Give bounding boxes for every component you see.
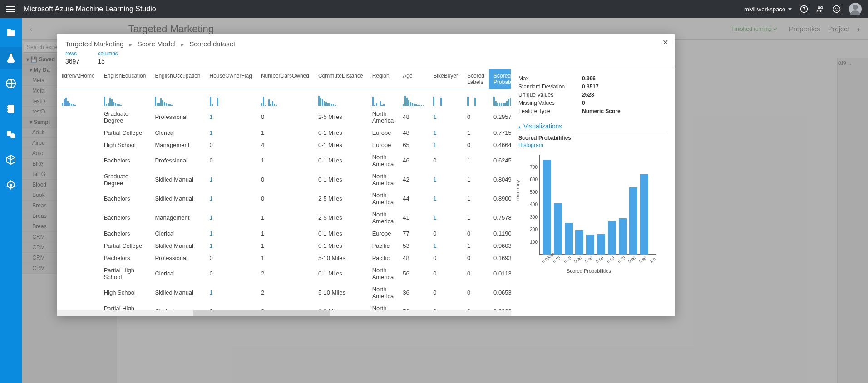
col-header[interactable]: Scored Labels	[463, 69, 489, 89]
svg-point-3	[821, 7, 823, 9]
avatar[interactable]	[849, 3, 862, 15]
svg-rect-10	[7, 106, 8, 107]
table-row[interactable]: BachelorsProfessional010-1 MilesNorth Am…	[57, 151, 511, 170]
sparkline	[62, 94, 95, 106]
rail-notebooks[interactable]	[0, 98, 22, 120]
rail-models[interactable]	[0, 149, 22, 171]
table-row[interactable]: Graduate DegreeProfessional102-5 MilesNo…	[57, 108, 511, 127]
sparkline	[104, 94, 146, 106]
table-row[interactable]: Partial CollegeSkilled Manual110-1 Miles…	[57, 240, 511, 252]
table-row[interactable]: High SchoolManagement040-1 MilesEurope65…	[57, 139, 511, 151]
cols-value: 15	[98, 58, 118, 65]
svg-point-6	[838, 8, 838, 8]
chevron-right-icon: ▸	[129, 41, 132, 48]
svg-point-2	[818, 7, 820, 9]
svg-rect-9	[8, 105, 14, 113]
breadcrumb: Targeted Marketing ▸ Score Model ▸ Score…	[57, 34, 675, 50]
x-tick: 0.50	[595, 255, 604, 264]
menu-icon[interactable]	[6, 6, 15, 12]
col-header[interactable]: HouseOwnerFlag	[205, 69, 256, 89]
chevron-down-icon	[788, 8, 792, 10]
visualizations-header[interactable]: Visualizations	[518, 123, 667, 132]
rail-web[interactable]	[0, 73, 22, 94]
y-tick: 500	[526, 190, 538, 195]
workspace-selector[interactable]: mMLworkspace	[744, 6, 792, 13]
people-icon[interactable]	[816, 5, 824, 13]
bc-experiment[interactable]: Targeted Marketing	[65, 40, 123, 48]
horizontal-scrollbar[interactable]	[57, 310, 511, 316]
histogram-bar	[640, 174, 648, 255]
workspace-name: mMLworkspace	[744, 6, 785, 13]
bc-output: Scored dataset	[189, 40, 235, 48]
histogram-bar	[597, 234, 605, 255]
table-row[interactable]: BachelorsManagement112-5 MilesNorth Amer…	[57, 208, 511, 227]
bc-module[interactable]: Score Model	[138, 40, 176, 48]
sparkline	[261, 94, 309, 106]
histogram-bar	[608, 221, 616, 255]
x-tick: 0.70	[617, 255, 626, 264]
histogram-title: Scored Probabilities	[518, 135, 667, 141]
svg-point-5	[835, 8, 836, 8]
y-tick: 100	[526, 240, 538, 245]
col-header[interactable]: Scored Probabilities	[489, 69, 511, 89]
x-tick: 0.40	[584, 255, 593, 264]
svg-point-7	[853, 5, 858, 10]
rail-experiments[interactable]	[0, 47, 22, 69]
sparkline	[467, 94, 484, 106]
histogram-bar	[575, 230, 583, 255]
col-header[interactable]: ildrenAtHome	[57, 69, 99, 89]
col-header[interactable]: Age	[398, 69, 429, 89]
close-icon[interactable]: ✕	[662, 38, 668, 47]
histogram-bar	[586, 235, 594, 255]
col-header[interactable]: BikeBuyer	[429, 69, 463, 89]
x-axis-label: Scored Probabilities	[518, 268, 659, 274]
table-row[interactable]: BachelorsClerical110-1 MilesEurope77000.…	[57, 227, 511, 240]
data-table[interactable]: ildrenAtHomeEnglishEducationEnglishOccup…	[57, 69, 511, 316]
left-rail	[0, 18, 22, 383]
histogram-link[interactable]: Histogram	[518, 142, 667, 148]
sparkline	[403, 94, 424, 106]
x-tick: 1.0	[649, 257, 656, 264]
cols-label: columns	[98, 50, 118, 57]
table-row[interactable]: Partial High SchoolClerical020-1 MilesNo…	[57, 264, 511, 283]
table-row[interactable]: BachelorsProfessional015-10 MilesPacific…	[57, 252, 511, 264]
table-row[interactable]: BachelorsSkilled Manual102-5 MilesNorth …	[57, 189, 511, 208]
stat-row: Max0.996	[518, 74, 667, 83]
svg-point-1	[804, 11, 804, 11]
y-tick: 300	[526, 215, 538, 220]
sparkline	[210, 94, 252, 106]
x-tick: 0.30	[573, 255, 582, 264]
col-header[interactable]: Region	[368, 69, 399, 89]
y-tick: 600	[526, 177, 538, 182]
topbar: Microsoft Azure Machine Learning Studio …	[0, 0, 868, 18]
stats-panel: Max0.996Standard Deviation0.3517Unique V…	[511, 69, 675, 316]
help-icon[interactable]	[800, 5, 808, 13]
col-header[interactable]: EnglishEducation	[99, 69, 151, 89]
sparkline	[318, 94, 363, 106]
x-tick: 0.60	[606, 255, 615, 264]
sparkline	[493, 94, 511, 106]
smile-icon[interactable]	[833, 5, 841, 13]
svg-rect-12	[7, 111, 8, 112]
table-row[interactable]: High SchoolSkilled Manual125-10 MilesNor…	[57, 283, 511, 302]
stat-row: Unique Values2628	[518, 91, 667, 99]
rail-settings[interactable]	[0, 174, 22, 196]
col-header[interactable]: NumberCarsOwned	[256, 69, 314, 89]
rail-projects[interactable]	[0, 22, 22, 44]
svg-point-15	[10, 184, 12, 187]
col-header[interactable]: CommuteDistance	[314, 69, 368, 89]
y-tick: 200	[526, 227, 538, 232]
svg-point-4	[833, 6, 840, 13]
chevron-right-icon: ▸	[181, 41, 184, 48]
histogram-bar	[543, 160, 551, 255]
y-tick: 700	[526, 165, 538, 170]
histogram-bar	[629, 187, 637, 255]
col-header[interactable]: EnglishOccupation	[150, 69, 205, 89]
sparkline	[372, 94, 394, 106]
histogram-bar	[565, 223, 573, 255]
x-tick: 0.80	[627, 255, 636, 264]
table-row[interactable]: Partial CollegeClerical110-1 MilesEurope…	[57, 127, 511, 139]
y-tick: 400	[526, 202, 538, 207]
table-row[interactable]: Graduate DegreeSkilled Manual100-1 Miles…	[57, 170, 511, 189]
rail-datasets[interactable]	[0, 123, 22, 145]
